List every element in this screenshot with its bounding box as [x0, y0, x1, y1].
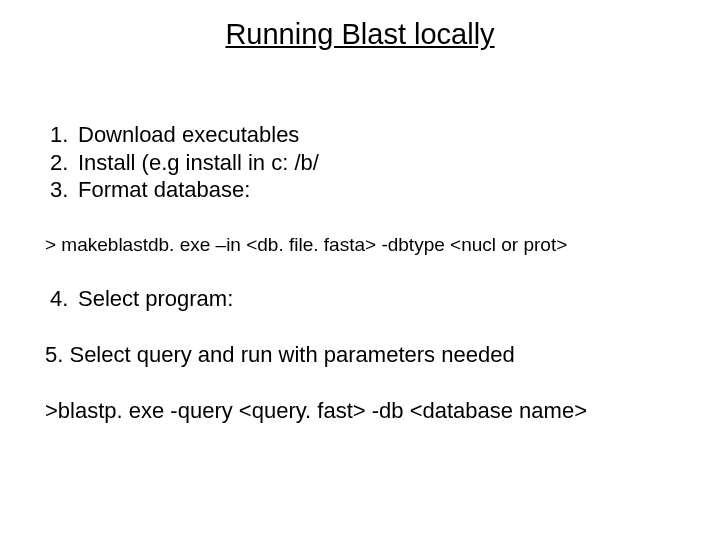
step-number: 4.: [50, 286, 78, 312]
step-text: Format database:: [78, 176, 250, 204]
step-text: Download executables: [78, 121, 299, 149]
step-number: 1.: [50, 121, 78, 149]
step-text: Install (e.g install in c: /b/: [78, 149, 319, 177]
step-text: Select program:: [78, 286, 233, 312]
step-2: 2. Install (e.g install in c: /b/: [50, 149, 680, 177]
command-makeblastdb: > makeblastdb. exe –in <db. file. fasta>…: [40, 234, 680, 256]
step-4: 4. Select program:: [40, 286, 680, 312]
slide-title: Running Blast locally: [40, 18, 680, 51]
steps-list-1-3: 1. Download executables 2. Install (e.g …: [40, 121, 680, 204]
step-3: 3. Format database:: [50, 176, 680, 204]
step-number: 3.: [50, 176, 78, 204]
step-number: 2.: [50, 149, 78, 177]
step-5: 5. Select query and run with parameters …: [40, 342, 680, 368]
step-1: 1. Download executables: [50, 121, 680, 149]
command-blastp: >blastp. exe -query <query. fast> -db <d…: [40, 398, 680, 424]
